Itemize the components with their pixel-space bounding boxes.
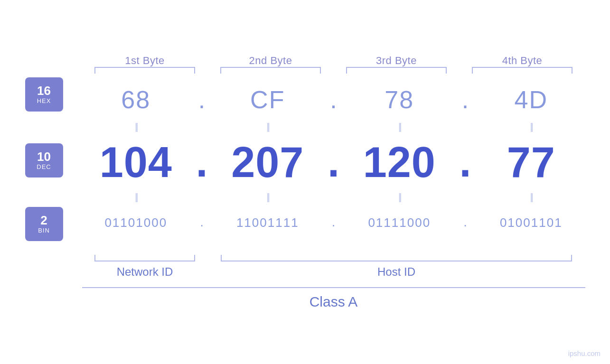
dec-row: 104 . 207 . 120 . 77	[82, 136, 585, 188]
equals-row-2: || || || ||	[82, 188, 585, 206]
eq1-4: ||	[477, 121, 585, 132]
net-bracket-wrapper	[82, 255, 208, 261]
hex-dot-1: .	[190, 85, 214, 114]
bin-val-1: 01101000	[82, 216, 190, 229]
dec-val-1: 104	[82, 141, 190, 184]
bracket-labels-area: Network ID Host ID	[82, 253, 585, 279]
class-section: Class A	[82, 287, 585, 310]
hex-val-1: 68	[82, 87, 190, 112]
eq1-2: ||	[214, 121, 322, 132]
content-area: 16 HEX 10 DEC 2 BIN	[25, 81, 585, 247]
bin-row: 01101000 . 11001111 . 01111000 .	[82, 206, 585, 239]
dec-val-3: 120	[346, 141, 454, 184]
base-badges: 16 HEX 10 DEC 2 BIN	[25, 81, 82, 247]
byte-header-4: 4th Byte	[460, 55, 585, 67]
network-id-label: Network ID	[82, 265, 208, 279]
dec-dot-2: .	[322, 138, 346, 187]
eq1-1: ||	[82, 121, 190, 132]
hex-val-4: 4D	[477, 87, 585, 112]
hex-badge: 16 HEX	[25, 77, 63, 112]
bottom-area: Network ID Host ID Class A	[25, 253, 585, 310]
eq2-4: ||	[477, 192, 585, 203]
hex-row: 68 . CF . 78 . 4D	[82, 81, 585, 118]
bracket-3	[334, 67, 460, 74]
dec-val-2: 207	[214, 141, 322, 184]
watermark: ipshu.com	[568, 349, 601, 357]
id-labels-row: Network ID Host ID	[82, 265, 585, 279]
hex-val-2: CF	[214, 87, 322, 112]
dec-badge-wrapper: 10 DEC	[25, 144, 82, 191]
host-id-label: Host ID	[208, 265, 585, 279]
bracket-2	[208, 67, 334, 74]
host-bracket	[221, 255, 572, 261]
byte-headers-row: 1st Byte 2nd Byte 3rd Byte 4th Byte	[25, 55, 585, 67]
byte-header-1: 1st Byte	[82, 55, 208, 67]
top-brackets	[25, 67, 585, 74]
bin-badge: 2 BIN	[25, 207, 63, 241]
eq-spacer-1	[25, 127, 82, 144]
bin-dot-1: .	[190, 215, 214, 230]
bottom-brackets	[82, 255, 585, 261]
byte-header-3: 3rd Byte	[334, 55, 460, 67]
bracket-4	[460, 67, 585, 74]
bin-dot-3: .	[453, 215, 477, 230]
host-bracket-wrapper	[208, 255, 585, 261]
eq2-2: ||	[214, 192, 322, 203]
main-container: 1st Byte 2nd Byte 3rd Byte 4th Byte 16 H…	[25, 55, 585, 310]
eq2-1: ||	[82, 192, 190, 203]
hex-dot-3: .	[453, 85, 477, 114]
net-bracket	[94, 255, 195, 261]
bracket-1	[82, 67, 208, 74]
byte-header-2: 2nd Byte	[208, 55, 334, 67]
values-area: 68 . CF . 78 . 4D	[82, 81, 585, 239]
hex-val-3: 78	[346, 87, 454, 112]
bin-val-2: 11001111	[214, 216, 322, 229]
bin-val-4: 01001101	[477, 216, 585, 229]
bin-val-3: 01111000	[346, 216, 454, 229]
eq1-3: ||	[346, 121, 454, 132]
dec-dot-3: .	[453, 138, 477, 187]
eq2-3: ||	[346, 192, 454, 203]
dec-val-4: 77	[477, 141, 585, 184]
dec-dot-1: .	[190, 138, 214, 187]
hex-badge-wrapper: 16 HEX	[25, 83, 82, 120]
hex-dot-2: .	[322, 85, 346, 114]
bin-badge-wrapper: 2 BIN	[25, 215, 82, 247]
equals-row-1: || || || ||	[82, 118, 585, 136]
bin-dot-2: .	[322, 215, 346, 230]
dec-badge: 10 DEC	[25, 143, 63, 177]
